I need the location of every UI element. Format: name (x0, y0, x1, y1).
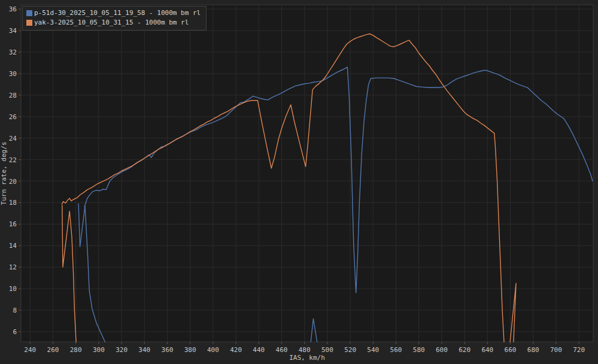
y-tick-label: 12 (9, 263, 17, 271)
x-tick-label: 500 (321, 346, 333, 354)
y-tick-label: 14 (9, 242, 17, 250)
x-tick-label: 520 (344, 346, 356, 354)
x-tick-label: 380 (184, 346, 196, 354)
legend: p-51d-30_2025_10_05_11_19_58 - 1000m bm … (22, 6, 207, 31)
y-tick-label: 32 (9, 48, 17, 56)
x-tick-label: 580 (413, 346, 425, 354)
y-tick-label: 10 (9, 285, 17, 293)
legend-swatch-icon (26, 20, 32, 26)
legend-item: yak-3-2025_10_05_10_31_15 - 1000m bm rl (26, 18, 201, 28)
x-tick-label: 340 (138, 346, 150, 354)
x-axis-label: IAS, km/h (289, 354, 325, 362)
y-tick-label: 8 (13, 307, 17, 314)
x-tick-label: 360 (162, 346, 174, 354)
y-tick-label: 6 (13, 328, 17, 336)
x-tick-label: 680 (527, 346, 539, 354)
y-tick-label: 34 (9, 27, 17, 35)
y-tick-label: 28 (9, 92, 17, 99)
x-tick-label: 540 (367, 346, 379, 354)
x-tick-label: 240 (24, 346, 36, 354)
turn-rate-chart: 2402602803003203403603804004204404604805… (0, 0, 598, 364)
x-tick-label: 300 (93, 346, 105, 354)
legend-swatch-icon (26, 10, 32, 16)
x-tick-label: 260 (47, 346, 59, 354)
y-axis-label: Turn rate, deg/s (0, 142, 8, 205)
x-tick-label: 620 (459, 346, 470, 354)
legend-label: p-51d-30_2025_10_05_11_19_58 - 1000m bm … (34, 8, 201, 18)
y-tick-label: 20 (9, 178, 17, 186)
chart-svg: 2402602803003203403603804004204404604805… (0, 0, 598, 364)
y-tick-label: 24 (9, 135, 17, 142)
x-tick-label: 400 (207, 346, 219, 354)
y-tick-label: 30 (9, 70, 17, 78)
x-tick-label: 700 (550, 346, 562, 354)
y-tick-label: 22 (9, 156, 17, 164)
y-tick-label: 36 (9, 5, 17, 13)
x-tick-label: 320 (116, 346, 128, 354)
x-tick-label: 660 (505, 346, 517, 354)
legend-label: yak-3-2025_10_05_10_31_15 - 1000m bm rl (34, 18, 189, 28)
y-tick-label: 18 (9, 199, 17, 207)
x-tick-label: 280 (70, 346, 82, 354)
x-tick-label: 640 (481, 346, 493, 354)
legend-item: p-51d-30_2025_10_05_11_19_58 - 1000m bm … (26, 8, 201, 18)
y-tick-label: 16 (9, 220, 17, 228)
x-tick-label: 440 (253, 346, 265, 354)
x-tick-label: 720 (573, 346, 585, 354)
plot-area (21, 5, 593, 342)
x-tick-label: 420 (230, 346, 242, 354)
x-tick-label: 480 (299, 346, 311, 354)
x-tick-label: 600 (436, 346, 448, 354)
x-tick-label: 560 (390, 346, 402, 354)
x-tick-label: 460 (276, 346, 288, 354)
y-tick-label: 26 (9, 113, 17, 121)
